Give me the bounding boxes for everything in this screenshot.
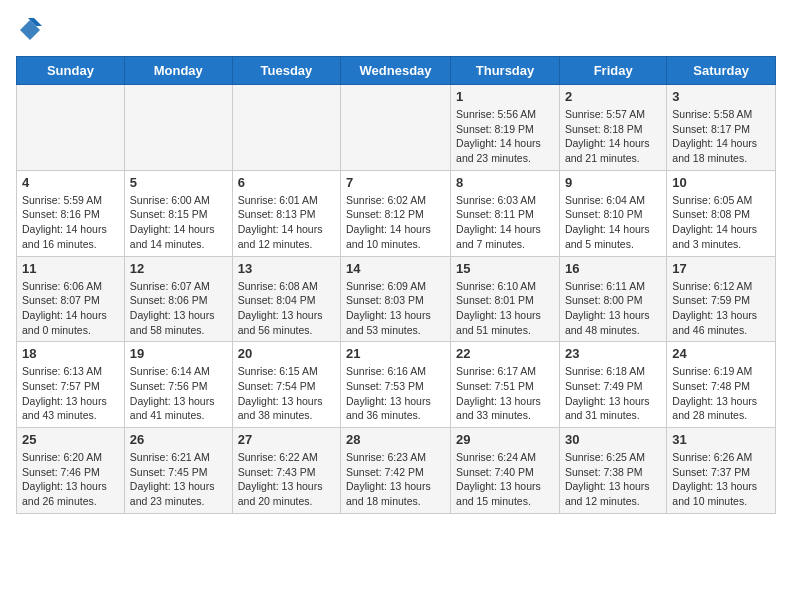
day-info: Sunrise: 6:04 AM Sunset: 8:10 PM Dayligh… bbox=[565, 193, 661, 252]
week-row-2: 4Sunrise: 5:59 AM Sunset: 8:16 PM Daylig… bbox=[17, 170, 776, 256]
day-number: 10 bbox=[672, 175, 770, 190]
day-info: Sunrise: 6:10 AM Sunset: 8:01 PM Dayligh… bbox=[456, 279, 554, 338]
day-info: Sunrise: 6:15 AM Sunset: 7:54 PM Dayligh… bbox=[238, 364, 335, 423]
calendar-cell: 5Sunrise: 6:00 AM Sunset: 8:15 PM Daylig… bbox=[124, 170, 232, 256]
calendar-cell: 23Sunrise: 6:18 AM Sunset: 7:49 PM Dayli… bbox=[559, 342, 666, 428]
calendar-cell: 31Sunrise: 6:26 AM Sunset: 7:37 PM Dayli… bbox=[667, 428, 776, 514]
day-info: Sunrise: 6:12 AM Sunset: 7:59 PM Dayligh… bbox=[672, 279, 770, 338]
day-number: 11 bbox=[22, 261, 119, 276]
day-number: 20 bbox=[238, 346, 335, 361]
calendar-cell: 10Sunrise: 6:05 AM Sunset: 8:08 PM Dayli… bbox=[667, 170, 776, 256]
calendar-cell bbox=[124, 85, 232, 171]
calendar-cell: 13Sunrise: 6:08 AM Sunset: 8:04 PM Dayli… bbox=[232, 256, 340, 342]
day-number: 29 bbox=[456, 432, 554, 447]
day-info: Sunrise: 6:08 AM Sunset: 8:04 PM Dayligh… bbox=[238, 279, 335, 338]
day-number: 7 bbox=[346, 175, 445, 190]
calendar-cell: 7Sunrise: 6:02 AM Sunset: 8:12 PM Daylig… bbox=[341, 170, 451, 256]
day-info: Sunrise: 6:20 AM Sunset: 7:46 PM Dayligh… bbox=[22, 450, 119, 509]
calendar-cell: 30Sunrise: 6:25 AM Sunset: 7:38 PM Dayli… bbox=[559, 428, 666, 514]
day-number: 27 bbox=[238, 432, 335, 447]
day-info: Sunrise: 6:16 AM Sunset: 7:53 PM Dayligh… bbox=[346, 364, 445, 423]
calendar-cell: 19Sunrise: 6:14 AM Sunset: 7:56 PM Dayli… bbox=[124, 342, 232, 428]
calendar-cell: 2Sunrise: 5:57 AM Sunset: 8:18 PM Daylig… bbox=[559, 85, 666, 171]
day-number: 28 bbox=[346, 432, 445, 447]
day-number: 18 bbox=[22, 346, 119, 361]
calendar-header-row: SundayMondayTuesdayWednesdayThursdayFrid… bbox=[17, 57, 776, 85]
day-info: Sunrise: 6:22 AM Sunset: 7:43 PM Dayligh… bbox=[238, 450, 335, 509]
day-info: Sunrise: 5:57 AM Sunset: 8:18 PM Dayligh… bbox=[565, 107, 661, 166]
day-info: Sunrise: 6:23 AM Sunset: 7:42 PM Dayligh… bbox=[346, 450, 445, 509]
logo-icon bbox=[16, 16, 44, 44]
day-info: Sunrise: 6:07 AM Sunset: 8:06 PM Dayligh… bbox=[130, 279, 227, 338]
day-info: Sunrise: 6:09 AM Sunset: 8:03 PM Dayligh… bbox=[346, 279, 445, 338]
calendar-cell: 3Sunrise: 5:58 AM Sunset: 8:17 PM Daylig… bbox=[667, 85, 776, 171]
calendar-cell: 25Sunrise: 6:20 AM Sunset: 7:46 PM Dayli… bbox=[17, 428, 125, 514]
day-info: Sunrise: 6:17 AM Sunset: 7:51 PM Dayligh… bbox=[456, 364, 554, 423]
day-number: 16 bbox=[565, 261, 661, 276]
calendar-cell: 18Sunrise: 6:13 AM Sunset: 7:57 PM Dayli… bbox=[17, 342, 125, 428]
day-info: Sunrise: 6:01 AM Sunset: 8:13 PM Dayligh… bbox=[238, 193, 335, 252]
day-number: 23 bbox=[565, 346, 661, 361]
header-wednesday: Wednesday bbox=[341, 57, 451, 85]
day-info: Sunrise: 6:05 AM Sunset: 8:08 PM Dayligh… bbox=[672, 193, 770, 252]
calendar-cell: 21Sunrise: 6:16 AM Sunset: 7:53 PM Dayli… bbox=[341, 342, 451, 428]
day-number: 4 bbox=[22, 175, 119, 190]
day-info: Sunrise: 6:19 AM Sunset: 7:48 PM Dayligh… bbox=[672, 364, 770, 423]
day-info: Sunrise: 5:56 AM Sunset: 8:19 PM Dayligh… bbox=[456, 107, 554, 166]
calendar-cell: 12Sunrise: 6:07 AM Sunset: 8:06 PM Dayli… bbox=[124, 256, 232, 342]
calendar-cell bbox=[341, 85, 451, 171]
day-info: Sunrise: 6:24 AM Sunset: 7:40 PM Dayligh… bbox=[456, 450, 554, 509]
week-row-4: 18Sunrise: 6:13 AM Sunset: 7:57 PM Dayli… bbox=[17, 342, 776, 428]
day-number: 21 bbox=[346, 346, 445, 361]
day-number: 14 bbox=[346, 261, 445, 276]
day-number: 8 bbox=[456, 175, 554, 190]
day-info: Sunrise: 6:18 AM Sunset: 7:49 PM Dayligh… bbox=[565, 364, 661, 423]
day-info: Sunrise: 6:26 AM Sunset: 7:37 PM Dayligh… bbox=[672, 450, 770, 509]
day-info: Sunrise: 6:00 AM Sunset: 8:15 PM Dayligh… bbox=[130, 193, 227, 252]
day-number: 26 bbox=[130, 432, 227, 447]
day-info: Sunrise: 5:58 AM Sunset: 8:17 PM Dayligh… bbox=[672, 107, 770, 166]
day-info: Sunrise: 6:03 AM Sunset: 8:11 PM Dayligh… bbox=[456, 193, 554, 252]
day-number: 3 bbox=[672, 89, 770, 104]
day-info: Sunrise: 6:25 AM Sunset: 7:38 PM Dayligh… bbox=[565, 450, 661, 509]
calendar-cell: 6Sunrise: 6:01 AM Sunset: 8:13 PM Daylig… bbox=[232, 170, 340, 256]
day-info: Sunrise: 6:02 AM Sunset: 8:12 PM Dayligh… bbox=[346, 193, 445, 252]
day-info: Sunrise: 5:59 AM Sunset: 8:16 PM Dayligh… bbox=[22, 193, 119, 252]
logo bbox=[16, 16, 48, 44]
calendar-cell: 9Sunrise: 6:04 AM Sunset: 8:10 PM Daylig… bbox=[559, 170, 666, 256]
calendar-cell: 27Sunrise: 6:22 AM Sunset: 7:43 PM Dayli… bbox=[232, 428, 340, 514]
calendar-cell: 24Sunrise: 6:19 AM Sunset: 7:48 PM Dayli… bbox=[667, 342, 776, 428]
day-number: 30 bbox=[565, 432, 661, 447]
calendar-cell: 11Sunrise: 6:06 AM Sunset: 8:07 PM Dayli… bbox=[17, 256, 125, 342]
header-friday: Friday bbox=[559, 57, 666, 85]
day-number: 6 bbox=[238, 175, 335, 190]
header-thursday: Thursday bbox=[451, 57, 560, 85]
day-info: Sunrise: 6:14 AM Sunset: 7:56 PM Dayligh… bbox=[130, 364, 227, 423]
header-tuesday: Tuesday bbox=[232, 57, 340, 85]
day-number: 25 bbox=[22, 432, 119, 447]
day-number: 24 bbox=[672, 346, 770, 361]
day-info: Sunrise: 6:13 AM Sunset: 7:57 PM Dayligh… bbox=[22, 364, 119, 423]
day-number: 31 bbox=[672, 432, 770, 447]
day-number: 19 bbox=[130, 346, 227, 361]
day-info: Sunrise: 6:06 AM Sunset: 8:07 PM Dayligh… bbox=[22, 279, 119, 338]
calendar-cell: 15Sunrise: 6:10 AM Sunset: 8:01 PM Dayli… bbox=[451, 256, 560, 342]
day-number: 5 bbox=[130, 175, 227, 190]
day-number: 1 bbox=[456, 89, 554, 104]
calendar-cell: 29Sunrise: 6:24 AM Sunset: 7:40 PM Dayli… bbox=[451, 428, 560, 514]
header-saturday: Saturday bbox=[667, 57, 776, 85]
calendar-cell: 16Sunrise: 6:11 AM Sunset: 8:00 PM Dayli… bbox=[559, 256, 666, 342]
calendar-cell: 8Sunrise: 6:03 AM Sunset: 8:11 PM Daylig… bbox=[451, 170, 560, 256]
calendar-cell: 28Sunrise: 6:23 AM Sunset: 7:42 PM Dayli… bbox=[341, 428, 451, 514]
day-number: 13 bbox=[238, 261, 335, 276]
day-number: 12 bbox=[130, 261, 227, 276]
calendar-cell: 4Sunrise: 5:59 AM Sunset: 8:16 PM Daylig… bbox=[17, 170, 125, 256]
calendar-table: SundayMondayTuesdayWednesdayThursdayFrid… bbox=[16, 56, 776, 514]
week-row-1: 1Sunrise: 5:56 AM Sunset: 8:19 PM Daylig… bbox=[17, 85, 776, 171]
calendar-cell bbox=[17, 85, 125, 171]
day-number: 2 bbox=[565, 89, 661, 104]
header-sunday: Sunday bbox=[17, 57, 125, 85]
calendar-cell: 20Sunrise: 6:15 AM Sunset: 7:54 PM Dayli… bbox=[232, 342, 340, 428]
week-row-3: 11Sunrise: 6:06 AM Sunset: 8:07 PM Dayli… bbox=[17, 256, 776, 342]
day-number: 9 bbox=[565, 175, 661, 190]
